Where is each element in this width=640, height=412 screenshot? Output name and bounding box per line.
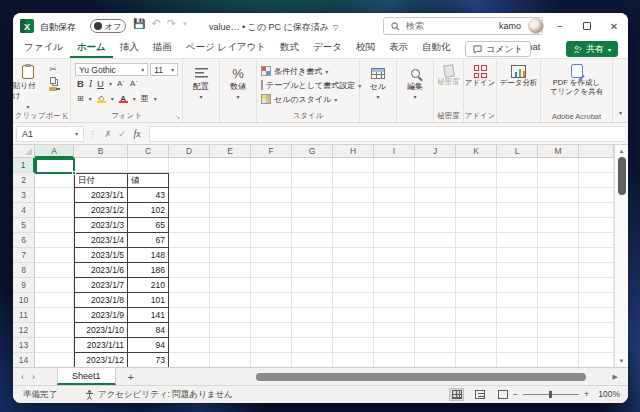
cell-J8[interactable] — [415, 263, 456, 278]
cell-F1[interactable] — [251, 158, 292, 173]
phonetic-chevron-icon[interactable]: ▾ — [154, 95, 157, 102]
cut-icon[interactable]: ✂ — [49, 64, 57, 74]
cell-A14[interactable] — [35, 353, 74, 367]
cell-F7[interactable] — [251, 248, 292, 263]
autosave-toggle[interactable]: オフ — [90, 19, 126, 33]
cell-L6[interactable] — [497, 233, 538, 248]
cell-D2[interactable] — [169, 173, 210, 188]
cell-K9[interactable] — [456, 278, 497, 293]
cell-x11[interactable] — [579, 308, 614, 323]
cell-H6[interactable] — [333, 233, 374, 248]
col-header-J[interactable]: J — [415, 145, 456, 158]
cell-A10[interactable] — [35, 293, 74, 308]
prev-sheet-icon[interactable]: ‹ — [13, 372, 32, 382]
cell-x2[interactable] — [579, 173, 614, 188]
cell-H8[interactable] — [333, 263, 374, 278]
col-header-H[interactable]: H — [333, 145, 374, 158]
cell-B7[interactable]: 2023/1/5 — [74, 248, 128, 263]
cell-B8[interactable]: 2023/1/6 — [74, 263, 128, 278]
cell-F14[interactable] — [251, 353, 292, 367]
cell-M10[interactable] — [538, 293, 579, 308]
cell-J5[interactable] — [415, 218, 456, 233]
font-dialog-launcher-icon[interactable]: ↘ — [175, 113, 180, 120]
cell-M8[interactable] — [538, 263, 579, 278]
cell-K11[interactable] — [456, 308, 497, 323]
cell-H1[interactable] — [333, 158, 374, 173]
borders-chevron-icon[interactable]: ▾ — [89, 95, 92, 102]
row-header-5[interactable]: 5 — [13, 218, 35, 233]
cell-A5[interactable] — [35, 218, 74, 233]
cell-B6[interactable]: 2023/1/4 — [74, 233, 128, 248]
horizontal-scrollbar[interactable]: ▶ — [256, 373, 606, 381]
row-header-14[interactable]: 14 — [13, 353, 35, 367]
cell-C12[interactable]: 84 — [128, 323, 169, 338]
tab-view[interactable]: 表示 — [382, 38, 415, 58]
col-header-G[interactable]: G — [292, 145, 333, 158]
cell-H13[interactable] — [333, 338, 374, 353]
cell-A2[interactable] — [35, 173, 74, 188]
cell-M2[interactable] — [538, 173, 579, 188]
font-size-select[interactable]: 11▾ — [150, 63, 178, 76]
col-header-partial[interactable] — [579, 145, 614, 158]
cell-D9[interactable] — [169, 278, 210, 293]
cell-F12[interactable] — [251, 323, 292, 338]
font-color-chevron-icon[interactable]: ▾ — [133, 95, 136, 102]
cell-E13[interactable] — [210, 338, 251, 353]
cell-E9[interactable] — [210, 278, 251, 293]
cell-H12[interactable] — [333, 323, 374, 338]
cell-H9[interactable] — [333, 278, 374, 293]
formula-input[interactable] — [149, 126, 625, 142]
tab-data[interactable]: データ — [306, 38, 349, 58]
cell-K5[interactable] — [456, 218, 497, 233]
cell-G6[interactable] — [292, 233, 333, 248]
col-header-M[interactable]: M — [538, 145, 579, 158]
cell-A12[interactable] — [35, 323, 74, 338]
cell-A3[interactable] — [35, 188, 74, 203]
cell-B14[interactable]: 2023/1/12 — [74, 353, 128, 367]
cell-G14[interactable] — [292, 353, 333, 367]
cell-D12[interactable] — [169, 323, 210, 338]
cell-G5[interactable] — [292, 218, 333, 233]
cell-x9[interactable] — [579, 278, 614, 293]
cell-B9[interactable]: 2023/1/7 — [74, 278, 128, 293]
pdf-icon[interactable] — [571, 64, 583, 78]
cell-F5[interactable] — [251, 218, 292, 233]
cell-styles-button[interactable]: セルのスタイル ▾ — [261, 92, 359, 106]
cell-B12[interactable]: 2023/1/10 — [74, 323, 128, 338]
cell-L12[interactable] — [497, 323, 538, 338]
row-header-7[interactable]: 7 — [13, 248, 35, 263]
cell-C13[interactable]: 94 — [128, 338, 169, 353]
cell-G13[interactable] — [292, 338, 333, 353]
editing-group-button[interactable]: 編集 ▾ — [397, 59, 434, 122]
cell-C7[interactable]: 148 — [128, 248, 169, 263]
cell-K3[interactable] — [456, 188, 497, 203]
share-button[interactable]: 共有 ▾ — [566, 41, 618, 57]
zoom-in-icon[interactable]: + — [584, 389, 589, 399]
cell-M7[interactable] — [538, 248, 579, 263]
cell-D8[interactable] — [169, 263, 210, 278]
col-header-F[interactable]: F — [251, 145, 292, 158]
cell-E14[interactable] — [210, 353, 251, 367]
cell-A1[interactable] — [35, 158, 74, 173]
phonetic-guide-icon[interactable]: 亜 — [141, 93, 149, 104]
cell-J12[interactable] — [415, 323, 456, 338]
cell-M11[interactable] — [538, 308, 579, 323]
minimize-button[interactable]: − — [547, 13, 573, 39]
cell-E7[interactable] — [210, 248, 251, 263]
cell-C8[interactable]: 186 — [128, 263, 169, 278]
cell-B5[interactable]: 2023/1/3 — [74, 218, 128, 233]
cell-L14[interactable] — [497, 353, 538, 367]
cell-x12[interactable] — [579, 323, 614, 338]
fill-color-button[interactable]: ◇ — [97, 95, 106, 103]
row-header-2[interactable]: 2 — [13, 173, 35, 188]
cell-A6[interactable] — [35, 233, 74, 248]
cell-D11[interactable] — [169, 308, 210, 323]
col-header-C[interactable]: C — [128, 145, 169, 158]
cell-J1[interactable] — [415, 158, 456, 173]
close-button[interactable]: ✕ — [601, 13, 627, 39]
cell-K8[interactable] — [456, 263, 497, 278]
cell-M1[interactable] — [538, 158, 579, 173]
cell-K7[interactable] — [456, 248, 497, 263]
cell-K6[interactable] — [456, 233, 497, 248]
cell-I3[interactable] — [374, 188, 415, 203]
